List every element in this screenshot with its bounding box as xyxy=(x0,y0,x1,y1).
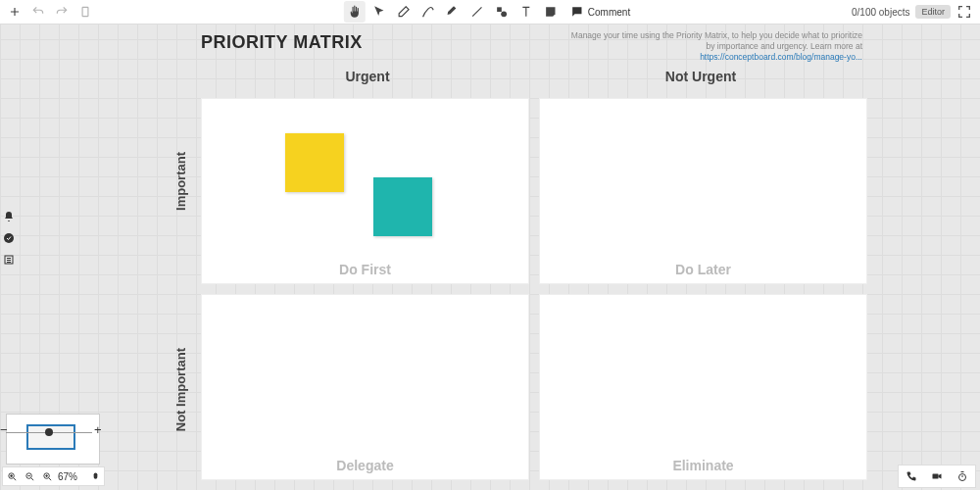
cell-do-first[interactable]: Do First xyxy=(201,98,529,284)
row-header-not-important: Not Important xyxy=(173,348,188,431)
left-rail xyxy=(0,206,18,270)
zoom-in-slider[interactable]: + xyxy=(94,422,102,437)
paste-button[interactable] xyxy=(74,1,96,23)
cell-label: Delegate xyxy=(202,458,528,473)
shape-tool-icon[interactable] xyxy=(491,1,513,23)
col-header-not-urgent: Not Urgent xyxy=(534,69,867,98)
object-count: 0/100 objects xyxy=(852,7,910,18)
sticky-note-yellow[interactable] xyxy=(285,133,344,192)
list-icon[interactable] xyxy=(1,249,17,270)
phone-icon[interactable] xyxy=(899,466,924,487)
comment-button[interactable]: Comment xyxy=(564,5,636,19)
priority-matrix: Urgent Not Urgent Important Not Importan… xyxy=(201,69,867,470)
zoom-in-icon[interactable] xyxy=(38,467,56,485)
svg-rect-9 xyxy=(93,472,97,478)
check-circle-icon[interactable] xyxy=(1,227,17,249)
board-title: PRIORITY MATRIX xyxy=(201,32,363,53)
board-description: Manage your time using the Priority Matr… xyxy=(568,30,862,63)
marker-tool-icon[interactable] xyxy=(442,1,464,23)
text-tool-icon[interactable] xyxy=(515,1,537,23)
col-header-urgent: Urgent xyxy=(201,69,534,98)
zoom-slider[interactable] xyxy=(6,432,92,433)
svg-rect-0 xyxy=(82,7,88,16)
row-header-important: Important xyxy=(173,152,188,211)
cell-label: Do First xyxy=(202,262,528,277)
top-toolbar: Comment 0/100 objects Editor xyxy=(0,0,980,24)
mouse-mode-icon[interactable] xyxy=(86,467,104,485)
video-icon[interactable] xyxy=(924,466,950,487)
zoom-controls: 67% xyxy=(2,466,105,486)
fit-to-screen-icon[interactable] xyxy=(3,467,21,485)
svg-point-2 xyxy=(501,11,507,17)
zoom-out-slider[interactable]: − xyxy=(0,422,8,437)
fullscreen-icon[interactable] xyxy=(956,4,972,20)
eraser-tool-icon[interactable] xyxy=(393,1,415,23)
select-tool-icon[interactable] xyxy=(368,1,390,23)
zoom-out-icon[interactable] xyxy=(21,467,38,485)
minimap[interactable] xyxy=(6,414,100,465)
bell-icon[interactable] xyxy=(1,206,17,227)
cell-label: Eliminate xyxy=(540,458,866,473)
undo-button[interactable] xyxy=(27,1,49,23)
board-description-link[interactable]: https://conceptboard.com/blog/manage-yo.… xyxy=(700,52,862,62)
redo-button[interactable] xyxy=(51,1,73,23)
cell-do-later[interactable]: Do Later xyxy=(539,98,867,284)
svg-point-3 xyxy=(4,233,14,243)
cell-label: Do Later xyxy=(540,262,866,277)
board-description-text: Manage your time using the Priority Matr… xyxy=(571,30,862,51)
line-tool-icon[interactable] xyxy=(466,1,488,23)
svg-point-6 xyxy=(10,474,12,476)
svg-rect-1 xyxy=(497,7,502,12)
comment-label: Comment xyxy=(588,7,630,18)
hand-tool-icon[interactable] xyxy=(344,1,366,23)
cell-eliminate[interactable]: Eliminate xyxy=(539,294,867,480)
cell-delegate[interactable]: Delegate xyxy=(201,294,529,480)
editor-badge[interactable]: Editor xyxy=(915,5,951,19)
sticky-tool-icon[interactable] xyxy=(540,1,562,23)
bottom-right-controls xyxy=(898,465,976,488)
sticky-note-teal[interactable] xyxy=(373,177,432,236)
svg-rect-10 xyxy=(933,474,939,479)
timer-icon[interactable] xyxy=(950,466,975,487)
zoom-percent[interactable]: 67% xyxy=(56,471,79,482)
comment-icon xyxy=(570,5,584,19)
add-button[interactable] xyxy=(4,1,25,23)
pen-tool-icon[interactable] xyxy=(417,1,439,23)
